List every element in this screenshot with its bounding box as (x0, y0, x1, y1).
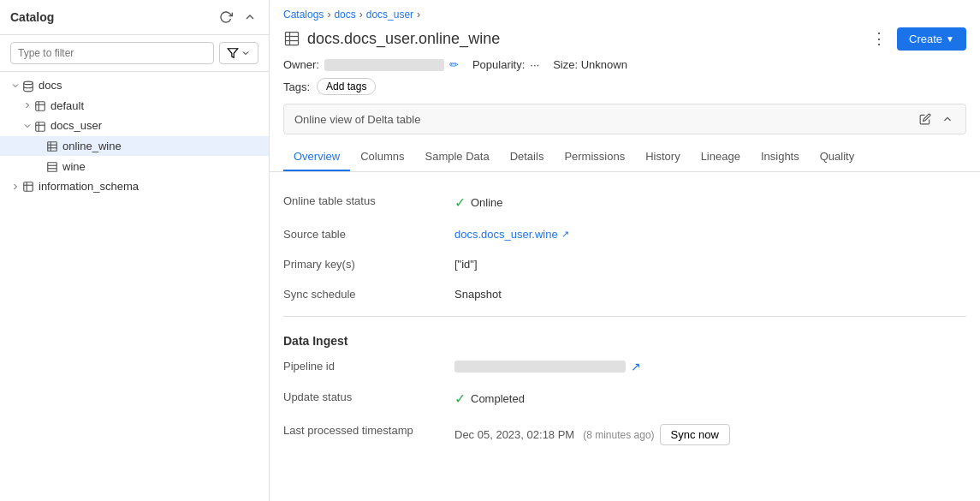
tab-insights[interactable]: Insights (751, 143, 810, 171)
popularity-label: Popularity: (472, 58, 525, 71)
source-table-link[interactable]: docs.docs_user.wine ↗ (454, 228, 569, 241)
chevron-up-banner-icon (941, 113, 953, 125)
filter-button[interactable] (219, 42, 258, 64)
delta-banner-actions (918, 111, 955, 127)
main-content: Catalogs › docs › docs_user › docs.docs_… (270, 0, 980, 501)
tree-item-online-wine[interactable]: online_wine (0, 136, 269, 157)
chevron-up-icon (243, 10, 257, 24)
schema-icon-default (34, 99, 46, 113)
create-button[interactable]: Create ▼ (897, 27, 966, 51)
tab-permissions[interactable]: Permissions (554, 143, 635, 171)
header-actions: ⋮ Create ▼ (868, 26, 966, 51)
breadcrumb-catalogs[interactable]: Catalogs (283, 9, 324, 21)
prop-label-primary-key: Primary key(s) (283, 258, 454, 271)
tab-columns[interactable]: Columns (350, 143, 414, 171)
catalog-tree: docs default docs_user (0, 72, 269, 501)
update-status-ok-icon: ✓ (454, 391, 466, 407)
prop-value-update-status: ✓ Completed (454, 391, 966, 407)
search-area (0, 35, 269, 72)
prop-value-timestamp: Dec 05, 2023, 02:18 PM (8 minutes ago) S… (454, 424, 966, 445)
collapse-delta-button[interactable] (940, 111, 955, 127)
breadcrumb-docs[interactable]: docs (334, 9, 355, 21)
chevron-docs-user (22, 121, 34, 131)
page-title: docs.docs_user.online_wine (307, 30, 500, 48)
timestamp-ago: (8 minutes ago) (583, 429, 654, 441)
pipeline-id-bar (454, 361, 626, 373)
more-options-button[interactable]: ⋮ (868, 26, 890, 51)
tags-row: Tags: Add tags (270, 78, 980, 104)
size-value: Size: Unknown (553, 58, 627, 71)
source-table-name: docs.docs_user.wine (454, 228, 558, 241)
page-title-area: docs.docs_user.online_wine (283, 30, 500, 48)
update-status-value: Completed (471, 392, 525, 405)
refresh-icon (219, 10, 233, 24)
create-label: Create (909, 33, 942, 45)
chevron-default (22, 100, 34, 110)
prop-label-update-status: Update status (283, 391, 454, 403)
owner-label: Owner: (283, 58, 319, 71)
tree-item-wine[interactable]: wine (0, 156, 269, 176)
edit-icon (919, 113, 931, 125)
tab-sample-data[interactable]: Sample Data (414, 143, 499, 171)
svg-rect-8 (48, 142, 57, 152)
sync-value: Snapshot (454, 288, 502, 301)
collapse-button[interactable] (241, 9, 258, 26)
table-icon-wine (46, 159, 58, 173)
prop-row-pipeline: Pipeline id ↗ (283, 351, 966, 382)
primary-key-value: ["id"] (454, 258, 478, 271)
tab-lineage[interactable]: Lineage (691, 143, 751, 171)
svg-rect-12 (48, 163, 57, 172)
tags-label: Tags: (283, 81, 310, 93)
owner-meta: Owner: ✏ (283, 58, 459, 71)
tab-details[interactable]: Details (500, 143, 555, 171)
tabs-bar: Overview Columns Sample Data Details Per… (270, 143, 980, 172)
prop-value-sync: Snapshot (454, 288, 966, 301)
edit-owner-icon[interactable]: ✏ (449, 58, 459, 71)
tab-overview[interactable]: Overview (283, 143, 350, 171)
section-divider (283, 316, 966, 317)
sidebar-title: Catalog (10, 10, 54, 24)
schema-icon-information (22, 180, 34, 194)
prop-label-pipeline: Pipeline id (283, 360, 454, 373)
svg-point-1 (24, 81, 33, 85)
prop-label-source: Source table (283, 228, 454, 241)
prop-label-sync: Sync schedule (283, 288, 454, 301)
prop-value-pipeline: ↗ (454, 360, 966, 373)
create-chevron-icon: ▼ (946, 34, 954, 44)
svg-rect-2 (36, 102, 45, 111)
data-ingest-title: Data Ingest (283, 324, 966, 351)
pipeline-external-icon[interactable]: ↗ (631, 360, 641, 373)
page-header: docs.docs_user.online_wine ⋮ Create ▼ (270, 21, 980, 58)
prop-value-source: docs.docs_user.wine ↗ (454, 228, 966, 241)
overview-content: Online table status ✓ Online Source tabl… (270, 172, 980, 501)
chevron-docs (10, 81, 22, 91)
meta-row: Owner: ✏ Popularity: ··· Size: Unknown (270, 58, 980, 78)
filter-icon (227, 47, 239, 59)
search-input[interactable] (10, 42, 214, 64)
tab-quality[interactable]: Quality (810, 143, 864, 171)
sidebar-header: Catalog (0, 0, 269, 35)
edit-delta-button[interactable] (918, 111, 933, 127)
tree-label-docs-user: docs_user (50, 119, 102, 132)
sidebar: Catalog (0, 0, 270, 501)
prop-value-primary-key: ["id"] (454, 258, 966, 271)
tree-label-online-wine: online_wine (62, 140, 122, 152)
tree-label-docs: docs (39, 79, 62, 92)
tree-item-default[interactable]: default (0, 96, 269, 116)
svg-rect-18 (286, 33, 299, 45)
tree-item-docs-user[interactable]: docs_user (0, 116, 269, 136)
prop-row-sync: Sync schedule Snapshot (283, 279, 966, 309)
online-table-title-icon (283, 30, 300, 47)
tree-label-default: default (50, 99, 84, 112)
timestamp-value: Dec 05, 2023, 02:18 PM (454, 428, 574, 441)
refresh-button[interactable] (217, 9, 235, 26)
breadcrumb-sep-1: › (327, 9, 330, 21)
tab-history[interactable]: History (635, 143, 690, 171)
tree-item-docs[interactable]: docs (0, 75, 269, 96)
owner-value-bar (324, 59, 444, 71)
breadcrumb-docs-user[interactable]: docs_user (366, 9, 413, 21)
add-tags-button[interactable]: Add tags (317, 78, 376, 95)
popularity-value: ··· (530, 58, 539, 71)
tree-item-information-schema[interactable]: information_schema (0, 176, 269, 197)
sync-now-button[interactable]: Sync now (660, 424, 730, 445)
